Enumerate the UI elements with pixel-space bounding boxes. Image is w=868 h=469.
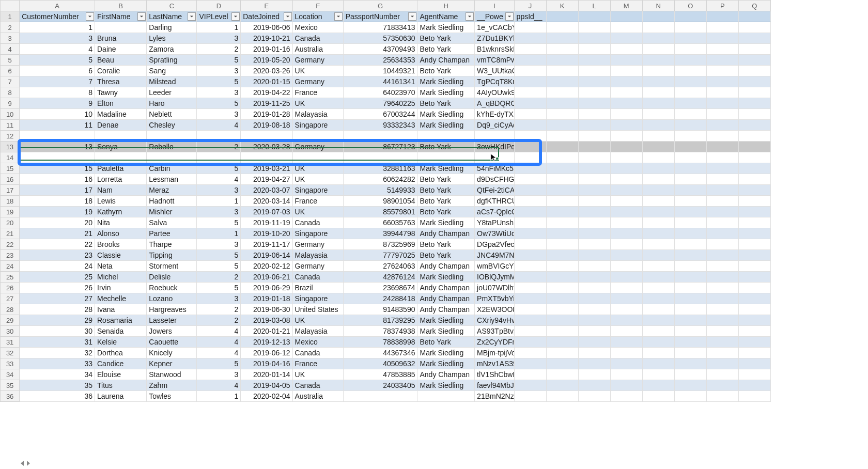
table-row[interactable]: 14 bbox=[1, 152, 771, 163]
cell-PowerAppsId[interactable]: Ow73WtiUqI0 bbox=[475, 228, 515, 239]
empty-cell[interactable] bbox=[578, 272, 610, 283]
cell-AgentName[interactable]: Mark Siedling bbox=[417, 348, 475, 358]
empty-cell[interactable] bbox=[674, 239, 706, 250]
cell-LastName[interactable] bbox=[147, 152, 197, 163]
empty-cell[interactable] bbox=[514, 272, 546, 283]
filter-button-DateJoined[interactable] bbox=[284, 12, 292, 21]
empty-cell[interactable] bbox=[706, 22, 738, 33]
empty-cell[interactable] bbox=[514, 348, 546, 358]
selection-fill-handle[interactable] bbox=[495, 157, 499, 160]
cell-LastName[interactable]: Carbin bbox=[147, 163, 197, 174]
table-row[interactable]: 21Darling12019-06-06Mexico71833413Mark S… bbox=[1, 22, 771, 33]
cell-VIPLevel[interactable]: 5 bbox=[197, 76, 241, 87]
empty-cell[interactable] bbox=[578, 185, 610, 196]
table-header-CustomerNumber[interactable]: CustomerNumber bbox=[20, 11, 95, 22]
cell-PassportNumber[interactable]: 87325969 bbox=[343, 239, 417, 250]
empty-cell[interactable] bbox=[738, 261, 770, 272]
table-row[interactable]: 1919KathyrnMishler32019-07-03UK85579801B… bbox=[1, 207, 771, 217]
row-header-21[interactable]: 21 bbox=[1, 228, 20, 239]
cell-Location[interactable]: Canada bbox=[292, 217, 343, 228]
cell-Location[interactable]: UK bbox=[292, 163, 343, 174]
cell-Location[interactable]: United States bbox=[292, 304, 343, 315]
cell-PassportNumber[interactable]: 91483590 bbox=[343, 304, 417, 315]
empty-cell[interactable] bbox=[706, 196, 738, 207]
empty-cell[interactable] bbox=[514, 283, 546, 293]
cell-FirstName[interactable]: Classie bbox=[95, 250, 147, 261]
empty-cell[interactable] bbox=[674, 131, 706, 142]
empty-cell[interactable] bbox=[578, 239, 610, 250]
empty-cell[interactable] bbox=[642, 337, 674, 348]
cell-PowerAppsId[interactable]: W3_UUtkaGMM bbox=[475, 66, 515, 76]
cell-LastName[interactable]: Delisle bbox=[147, 272, 197, 283]
cell-CustomerNumber[interactable]: 5 bbox=[20, 55, 95, 66]
column-header-D[interactable]: D bbox=[197, 1, 241, 11]
empty-cell[interactable] bbox=[674, 337, 706, 348]
empty-cell[interactable] bbox=[642, 109, 674, 120]
cell-FirstName[interactable]: Alonso bbox=[95, 228, 147, 239]
cell-PassportNumber[interactable]: 60624282 bbox=[343, 174, 417, 185]
empty-cell[interactable] bbox=[578, 11, 610, 22]
cell-PowerAppsId[interactable]: A_qBDQROXFk bbox=[475, 98, 515, 109]
cell-CustomerNumber[interactable]: 4 bbox=[20, 44, 95, 55]
cell-Location[interactable]: Singapore bbox=[292, 120, 343, 131]
empty-cell[interactable] bbox=[610, 76, 642, 87]
empty-cell[interactable] bbox=[610, 228, 642, 239]
row-header-12[interactable]: 12 bbox=[1, 131, 20, 142]
cell-Location[interactable]: Malayasia bbox=[292, 326, 343, 337]
cell-LastName[interactable]: Lyles bbox=[147, 33, 197, 44]
cell-PassportNumber[interactable]: 23698674 bbox=[343, 283, 417, 293]
cell-DateJoined[interactable]: 2019-01-28 bbox=[241, 109, 292, 120]
cell-LastName[interactable]: Zamora bbox=[147, 44, 197, 55]
cell-AgentName[interactable]: Andy Champan bbox=[417, 261, 475, 272]
row-header-8[interactable]: 8 bbox=[1, 87, 20, 98]
cell-DateJoined[interactable]: 2019-10-21 bbox=[241, 33, 292, 44]
empty-cell[interactable] bbox=[610, 315, 642, 326]
empty-cell[interactable] bbox=[738, 55, 770, 66]
cell-VIPLevel[interactable]: 3 bbox=[197, 66, 241, 76]
row-header-1[interactable]: 1 bbox=[1, 11, 20, 22]
empty-cell[interactable] bbox=[610, 55, 642, 66]
empty-cell[interactable] bbox=[642, 174, 674, 185]
cell-DateJoined[interactable]: 2019-06-30 bbox=[241, 304, 292, 315]
empty-cell[interactable] bbox=[578, 315, 610, 326]
cell-CustomerNumber[interactable]: 1 bbox=[20, 22, 95, 33]
empty-cell[interactable] bbox=[674, 76, 706, 87]
cell-CustomerNumber[interactable]: 19 bbox=[20, 207, 95, 217]
cell-VIPLevel[interactable]: 4 bbox=[197, 326, 241, 337]
empty-cell[interactable] bbox=[706, 380, 738, 391]
cell-CustomerNumber[interactable]: 34 bbox=[20, 369, 95, 380]
empty-cell[interactable] bbox=[674, 228, 706, 239]
row-header-3[interactable]: 3 bbox=[1, 33, 20, 44]
cell-CustomerNumber[interactable]: 25 bbox=[20, 272, 95, 283]
empty-cell[interactable] bbox=[674, 358, 706, 369]
cell-PassportNumber[interactable]: 77797025 bbox=[343, 250, 417, 261]
empty-cell[interactable] bbox=[546, 163, 578, 174]
cell-VIPLevel[interactable]: 4 bbox=[197, 120, 241, 131]
empty-cell[interactable] bbox=[578, 87, 610, 98]
cell-DateJoined[interactable]: 2020-03-07 bbox=[241, 185, 292, 196]
cell-AgentName[interactable] bbox=[417, 152, 475, 163]
cell-CustomerNumber[interactable]: 10 bbox=[20, 109, 95, 120]
filter-button-PassportNumber[interactable] bbox=[408, 12, 416, 21]
table-row[interactable]: 1616LorrettaLessman42019-04-27UK60624282… bbox=[1, 174, 771, 185]
empty-cell[interactable] bbox=[514, 391, 546, 402]
empty-cell[interactable] bbox=[706, 358, 738, 369]
empty-cell[interactable] bbox=[642, 369, 674, 380]
cell-PowerAppsId[interactable]: mNzv1AS39vg bbox=[475, 358, 515, 369]
empty-cell[interactable] bbox=[642, 76, 674, 87]
empty-cell[interactable] bbox=[674, 391, 706, 402]
empty-cell[interactable] bbox=[514, 358, 546, 369]
empty-cell[interactable] bbox=[738, 174, 770, 185]
cell-AgentName[interactable] bbox=[417, 131, 475, 142]
empty-cell[interactable] bbox=[642, 11, 674, 22]
cell-CustomerNumber[interactable]: 32 bbox=[20, 348, 95, 358]
empty-cell[interactable] bbox=[546, 152, 578, 163]
empty-cell[interactable] bbox=[610, 358, 642, 369]
column-header-G[interactable]: G bbox=[343, 1, 417, 11]
cell-DateJoined[interactable]: 2019-11-25 bbox=[241, 98, 292, 109]
empty-cell[interactable] bbox=[674, 163, 706, 174]
empty-cell[interactable] bbox=[706, 152, 738, 163]
cell-LastName[interactable]: Lessman bbox=[147, 174, 197, 185]
cell-LastName[interactable]: Jowers bbox=[147, 326, 197, 337]
empty-cell[interactable] bbox=[738, 33, 770, 44]
